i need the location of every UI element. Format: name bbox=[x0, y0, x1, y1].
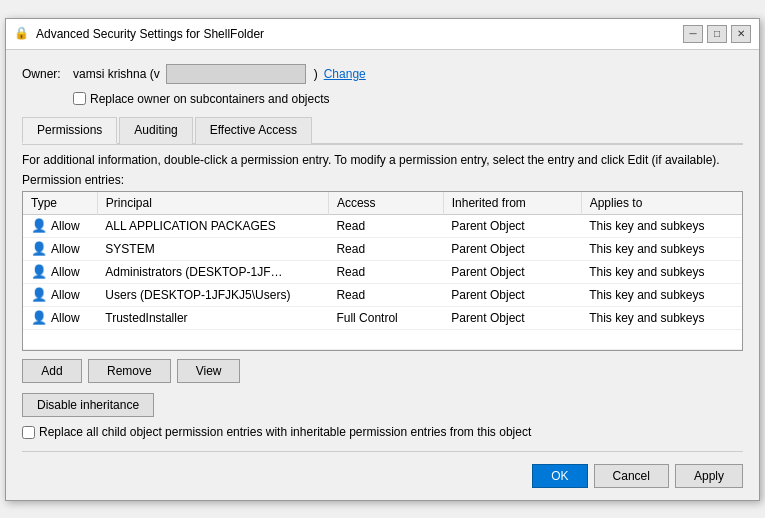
owner-input[interactable] bbox=[166, 64, 306, 84]
info-text: For additional information, double-click… bbox=[22, 153, 743, 167]
user-icon: 👤 bbox=[31, 241, 47, 257]
disable-inheritance-button[interactable]: Disable inheritance bbox=[22, 393, 154, 417]
cell-inherited-from: Parent Object bbox=[443, 283, 581, 306]
cell-type: 👤Allow bbox=[23, 261, 97, 283]
cell-principal: ALL APPLICATION PACKAGES bbox=[97, 214, 328, 237]
add-button[interactable]: Add bbox=[22, 359, 82, 383]
cell-applies-to: This key and subkeys bbox=[581, 283, 742, 306]
cell-type: 👤Allow bbox=[23, 307, 97, 329]
tab-effective-access[interactable]: Effective Access bbox=[195, 117, 312, 144]
tab-permissions[interactable]: Permissions bbox=[22, 117, 117, 144]
cell-access: Read bbox=[328, 237, 443, 260]
cell-access: Read bbox=[328, 283, 443, 306]
type-text: Allow bbox=[51, 242, 80, 256]
replace-owner-label: Replace owner on subcontainers and objec… bbox=[90, 92, 329, 106]
cell-access: Read bbox=[328, 260, 443, 283]
content-area: Owner: vamsi krishna (v ) Change Replace… bbox=[6, 50, 759, 500]
cell-principal: Administrators (DESKTOP-1JF… bbox=[97, 260, 328, 283]
cell-inherited-from: Parent Object bbox=[443, 214, 581, 237]
window-icon: 🔒 bbox=[14, 26, 30, 42]
cell-access: Full Control bbox=[328, 306, 443, 329]
cell-principal: SYSTEM bbox=[97, 237, 328, 260]
owner-label: Owner: bbox=[22, 67, 67, 81]
cell-access: Read bbox=[328, 214, 443, 237]
cell-applies-to: This key and subkeys bbox=[581, 214, 742, 237]
change-link[interactable]: Change bbox=[324, 67, 366, 81]
cell-principal: Users (DESKTOP-1JFJKJ5\Users) bbox=[97, 283, 328, 306]
cell-inherited-from: Parent Object bbox=[443, 306, 581, 329]
permissions-table: Type Principal Access Inherited from App… bbox=[23, 192, 742, 350]
replace-all-label: Replace all child object permission entr… bbox=[39, 425, 531, 439]
type-text: Allow bbox=[51, 288, 80, 302]
permissions-table-container: Type Principal Access Inherited from App… bbox=[22, 191, 743, 351]
table-row[interactable]: 👤AllowSYSTEMReadParent ObjectThis key an… bbox=[23, 237, 742, 260]
remove-button[interactable]: Remove bbox=[88, 359, 171, 383]
permission-entries-label: Permission entries: bbox=[22, 173, 743, 187]
user-icon: 👤 bbox=[31, 218, 47, 234]
view-button[interactable]: View bbox=[177, 359, 241, 383]
window-title: Advanced Security Settings for ShellFold… bbox=[36, 27, 264, 41]
maximize-button[interactable]: □ bbox=[707, 25, 727, 43]
col-header-access: Access bbox=[328, 192, 443, 215]
title-bar-left: 🔒 Advanced Security Settings for ShellFo… bbox=[14, 26, 264, 42]
minimize-button[interactable]: ─ bbox=[683, 25, 703, 43]
action-buttons-row: Add Remove View bbox=[22, 359, 743, 383]
apply-button[interactable]: Apply bbox=[675, 464, 743, 488]
tabs-container: Permissions Auditing Effective Access bbox=[22, 116, 743, 145]
table-header-row: Type Principal Access Inherited from App… bbox=[23, 192, 742, 215]
col-header-applies: Applies to bbox=[581, 192, 742, 215]
type-text: Allow bbox=[51, 311, 80, 325]
cell-inherited-from: Parent Object bbox=[443, 260, 581, 283]
owner-value: vamsi krishna (v bbox=[73, 67, 160, 81]
cell-type: 👤Allow bbox=[23, 238, 97, 260]
table-row[interactable]: 👤AllowUsers (DESKTOP-1JFJKJ5\Users)ReadP… bbox=[23, 283, 742, 306]
replace-all-checkbox[interactable] bbox=[22, 426, 35, 439]
tab-auditing[interactable]: Auditing bbox=[119, 117, 192, 144]
footer-divider bbox=[22, 451, 743, 452]
cell-type: 👤Allow bbox=[23, 215, 97, 237]
table-empty-row bbox=[23, 329, 742, 349]
owner-checkbox-row: Replace owner on subcontainers and objec… bbox=[73, 92, 743, 106]
cell-applies-to: This key and subkeys bbox=[581, 260, 742, 283]
col-header-principal: Principal bbox=[97, 192, 328, 215]
cell-applies-to: This key and subkeys bbox=[581, 306, 742, 329]
cell-principal: TrustedInstaller bbox=[97, 306, 328, 329]
col-header-type: Type bbox=[23, 192, 97, 215]
main-window: 🔒 Advanced Security Settings for ShellFo… bbox=[5, 18, 760, 501]
cell-inherited-from: Parent Object bbox=[443, 237, 581, 260]
table-row[interactable]: 👤AllowTrustedInstallerFull ControlParent… bbox=[23, 306, 742, 329]
type-text: Allow bbox=[51, 219, 80, 233]
cancel-button[interactable]: Cancel bbox=[594, 464, 669, 488]
type-text: Allow bbox=[51, 265, 80, 279]
ok-button[interactable]: OK bbox=[532, 464, 587, 488]
owner-row: Owner: vamsi krishna (v ) Change bbox=[22, 64, 743, 84]
title-bar-buttons: ─ □ ✕ bbox=[683, 25, 751, 43]
close-button[interactable]: ✕ bbox=[731, 25, 751, 43]
col-header-inherited: Inherited from bbox=[443, 192, 581, 215]
cell-applies-to: This key and subkeys bbox=[581, 237, 742, 260]
user-icon: 👤 bbox=[31, 264, 47, 280]
user-icon: 👤 bbox=[31, 310, 47, 326]
footer-buttons: OK Cancel Apply bbox=[22, 460, 743, 488]
bottom-checkbox-row: Replace all child object permission entr… bbox=[22, 425, 743, 439]
cell-type: 👤Allow bbox=[23, 284, 97, 306]
title-bar: 🔒 Advanced Security Settings for ShellFo… bbox=[6, 19, 759, 50]
replace-owner-checkbox[interactable] bbox=[73, 92, 86, 105]
user-icon: 👤 bbox=[31, 287, 47, 303]
table-row[interactable]: 👤AllowALL APPLICATION PACKAGESReadParent… bbox=[23, 214, 742, 237]
table-row[interactable]: 👤AllowAdministrators (DESKTOP-1JF…ReadPa… bbox=[23, 260, 742, 283]
